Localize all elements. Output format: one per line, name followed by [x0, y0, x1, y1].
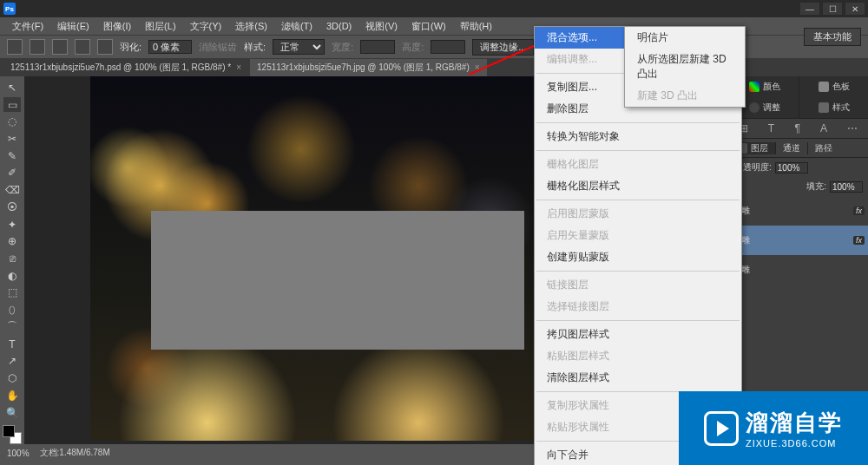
maximize-button[interactable]: ☐ [823, 3, 842, 15]
menu-select[interactable]: 选择(S) [230, 18, 273, 35]
antialias-label: 消除锯齿 [199, 41, 237, 54]
type-tool[interactable]: T [3, 337, 21, 352]
toolbox: ↖ ▭ ◌ ✂ ✎ ✐ ⌫ ⦿ ✦ ⊕ ⎚ ◐ ⬚ ⬯ ⌒ T ↗ ⬡ ✋ 🔍 [0, 76, 24, 444]
canvas-selection-rect [151, 211, 524, 350]
paragraph-icon[interactable]: ¶ [794, 122, 799, 134]
ctx-rasterize-layer: 栅格化图层 [535, 154, 741, 175]
paths-tab[interactable]: 路径 [807, 142, 839, 154]
feather-label: 羽化: [120, 41, 141, 54]
menu-window[interactable]: 窗口(W) [406, 18, 451, 35]
menu-view[interactable]: 视图(V) [360, 18, 403, 35]
crop-tool[interactable]: ✂ [3, 131, 21, 147]
text-icon[interactable]: T [768, 122, 774, 134]
layer-item[interactable]: 浮雕fx [729, 196, 868, 226]
lasso-tool[interactable]: ◌ [3, 114, 21, 129]
height-input [431, 40, 465, 54]
ctx-clipping-mask[interactable]: 创建剪贴蒙版 [535, 246, 741, 268]
style-select[interactable]: 正常 [273, 39, 325, 55]
pen-tool[interactable]: ⬚ [3, 285, 21, 301]
menu-file[interactable]: 文件(F) [7, 18, 49, 35]
shape-tool[interactable]: ⌒ [3, 319, 21, 335]
menu-layer[interactable]: 图层(L) [140, 18, 181, 35]
swatch-panel-tab[interactable]: 色板 [799, 76, 868, 97]
menu-filter[interactable]: 滤镜(T) [276, 18, 318, 35]
color-swatches[interactable] [3, 425, 22, 444]
hand-tool[interactable]: ✋ [3, 388, 21, 403]
type-options-row: ⊞ T ¶ A ⋯ [729, 118, 868, 139]
minimize-button[interactable]: — [800, 3, 819, 15]
layer-item[interactable]: 浮雕fx [729, 226, 868, 255]
fx-badge[interactable]: fx [853, 206, 865, 215]
marquee-new-icon[interactable] [30, 39, 45, 55]
ctx-link-layers: 链接图层 [535, 274, 741, 296]
doc-size: 文档:1.48M/6.78M [40, 447, 110, 459]
heal-tool[interactable]: ⌫ [3, 182, 21, 198]
sub-postcard[interactable]: 明信片 [625, 27, 745, 49]
menu-3d[interactable]: 3D(D) [321, 19, 357, 33]
ctx-paste-style: 粘贴图层样式 [535, 345, 741, 367]
refine-edge-button[interactable]: 调整边缘... [472, 39, 534, 56]
zoom-tool[interactable]: 🔍 [3, 405, 21, 421]
tab-close-icon[interactable]: × [475, 62, 480, 72]
ctx-rasterize-style[interactable]: 栅格化图层样式 [535, 175, 741, 197]
eraser-tool[interactable]: ✦ [3, 217, 21, 232]
zoom-level[interactable]: 100% [7, 449, 30, 458]
menu-edit[interactable]: 编辑(E) [52, 18, 95, 35]
marquee-sub-icon[interactable] [75, 39, 90, 55]
blur-tool[interactable]: ⎚ [3, 251, 21, 266]
ctx-copy-style[interactable]: 拷贝图层样式 [535, 324, 741, 345]
ctx-select-linked: 选择链接图层 [535, 296, 741, 318]
height-label: 高度: [402, 41, 424, 54]
document-tab[interactable]: 125113r1xbjubsjzi5ue7h.psd @ 100% (图层 1,… [3, 59, 248, 76]
tool-preset-icon[interactable] [7, 39, 23, 55]
menu-image[interactable]: 图像(I) [98, 18, 136, 35]
app-logo: Ps [3, 3, 16, 15]
watermark-url: ZIXUE.3D66.COM [746, 438, 843, 449]
width-label: 宽度: [332, 41, 353, 54]
char-icon[interactable]: A [820, 122, 827, 134]
document-tab[interactable]: 125113r1xbjubsjzi5ue7h.jpg @ 100% (图层 1,… [250, 59, 487, 76]
path-tool[interactable]: ⬯ [3, 302, 21, 318]
layer-item[interactable]: 浮雕 [729, 255, 868, 285]
fill-label: 填充: [806, 180, 826, 193]
opacity-input[interactable] [775, 162, 808, 174]
workspace-switcher[interactable]: 基本功能 [804, 28, 861, 46]
style-panel-tab[interactable]: 样式 [799, 97, 868, 118]
brush-tool[interactable]: ✐ [3, 166, 21, 181]
ctx-clear-style[interactable]: 清除图层样式 [535, 367, 741, 389]
menu-help[interactable]: 帮助(H) [455, 18, 497, 35]
rect-tool[interactable]: ⬡ [3, 370, 21, 386]
tab-close-icon[interactable]: × [236, 62, 241, 72]
marquee-tool[interactable]: ▭ [3, 97, 21, 113]
marquee-add-icon[interactable] [52, 39, 68, 55]
move-tool[interactable]: ↖ [3, 80, 21, 95]
watermark: 溜溜自学 ZIXUE.3D66.COM [679, 391, 868, 465]
width-input [360, 40, 395, 54]
marquee-int-icon[interactable] [97, 39, 113, 55]
sub-new-3d-extrusion: 新建 3D 凸出 [625, 85, 745, 107]
menu-type[interactable]: 文字(Y) [185, 18, 227, 35]
feather-input[interactable] [148, 40, 192, 54]
ctx-enable-mask: 启用图层蒙版 [535, 203, 741, 225]
eyedropper-tool[interactable]: ✎ [3, 148, 21, 164]
play-icon [704, 411, 739, 446]
right-panels: 颜色 色板 调整 样式 ⊞ T ¶ A ⋯ 图层 通道 路径 不透明度: 填充:… [729, 76, 868, 444]
watermark-title: 溜溜自学 [746, 408, 843, 438]
fx-badge[interactable]: fx [853, 236, 865, 245]
canvas[interactable] [90, 76, 559, 441]
dodge-tool[interactable]: ◐ [3, 268, 21, 284]
more-icon[interactable]: ⋯ [847, 122, 858, 134]
gradient-tool[interactable]: ⊕ [3, 233, 21, 249]
ctx-enable-vector-mask: 启用矢量蒙版 [535, 225, 741, 246]
direct-select-tool[interactable]: ↗ [3, 354, 21, 370]
close-button[interactable]: ✕ [845, 3, 865, 15]
context-submenu: 明信片 从所选图层新建 3D 凸出 新建 3D 凸出 [624, 26, 746, 108]
channels-tab[interactable]: 通道 [775, 142, 807, 154]
ctx-convert-smart[interactable]: 转换为智能对象 [535, 126, 741, 147]
sub-new-3d-extrusion-selected[interactable]: 从所选图层新建 3D 凸出 [625, 49, 745, 85]
style-label: 样式: [244, 41, 266, 54]
clone-tool[interactable]: ⦿ [3, 200, 21, 215]
foreground-swatch[interactable] [3, 425, 15, 437]
fill-input[interactable] [830, 181, 863, 193]
